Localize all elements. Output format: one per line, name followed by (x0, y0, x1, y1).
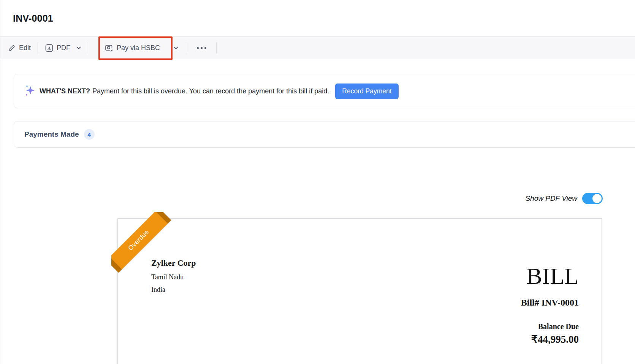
banner-title: WHAT'S NEXT? (40, 87, 90, 95)
payments-made-card[interactable]: Payments Made 4 (14, 121, 635, 148)
toolbar-separator (88, 42, 88, 54)
payments-made-label: Payments Made (24, 130, 79, 139)
balance-due-label: Balance Due (521, 322, 579, 331)
toolbar-separator (186, 42, 186, 54)
vendor-country: India (151, 286, 196, 294)
toolbar-separator (216, 42, 217, 54)
edit-button-label: Edit (19, 44, 31, 52)
balance-due-amount: ₹44,995.00 (521, 333, 579, 345)
bill-doc-type: BILL (521, 264, 579, 288)
show-pdf-view-toggle[interactable] (582, 193, 603, 204)
more-options-button[interactable] (192, 45, 211, 51)
svg-text:A: A (48, 46, 51, 51)
toolbar: Edit A PDF (0, 36, 635, 59)
pdf-button-label: PDF (57, 44, 70, 52)
banner-message: Payment for this bill is overdue. You ca… (92, 87, 329, 95)
whats-next-banner: WHAT'S NEXT?Payment for this bill is ove… (14, 74, 635, 108)
pay-via-hsbc-button[interactable]: Pay via HSBC (98, 41, 167, 54)
sparkle-icon (24, 84, 36, 98)
pay-via-hsbc-label: Pay via HSBC (117, 44, 160, 52)
payment-card-icon (105, 44, 113, 52)
bill-detail-page: INV-0001 Edit A PDF (0, 0, 635, 364)
pencil-icon (8, 44, 16, 52)
pay-dropdown-button[interactable] (172, 43, 180, 53)
page-title: INV-0001 (13, 13, 53, 24)
pdf-button[interactable]: A PDF (45, 42, 70, 54)
toolbar-separator (38, 42, 38, 54)
chevron-down-icon (76, 45, 82, 51)
chevron-down-icon (173, 45, 179, 51)
record-payment-button[interactable]: Record Payment (335, 84, 398, 99)
banner-text: WHAT'S NEXT?Payment for this bill is ove… (40, 87, 329, 95)
bill-number: Bill# INV-0001 (521, 298, 579, 308)
overdue-ribbon-wrap: Overdue (111, 212, 185, 286)
pdf-dropdown-button[interactable] (75, 43, 82, 53)
pdf-file-icon: A (45, 44, 53, 52)
toggle-knob (592, 194, 602, 203)
ellipsis-icon (197, 47, 206, 49)
pdf-view-toggle-row: Show PDF View (0, 193, 635, 204)
page-header: INV-0001 (0, 0, 635, 36)
edit-button[interactable]: Edit (8, 42, 31, 54)
overdue-ribbon: Overdue (111, 212, 171, 273)
payments-count-badge: 4 (84, 129, 95, 140)
bill-pdf-preview: Overdue Zylker Corp Tamil Nadu India BIL… (117, 218, 602, 364)
show-pdf-view-label: Show PDF View (525, 194, 577, 203)
bill-header-block: BILL Bill# INV-0001 Balance Due ₹44,995.… (521, 264, 579, 345)
